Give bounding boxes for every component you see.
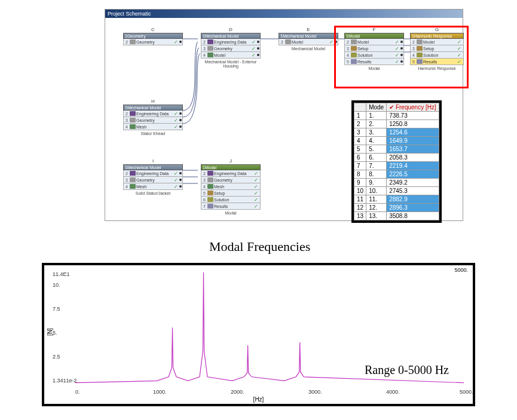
- y-tick: 10.: [53, 282, 60, 288]
- x-tick: 3000.: [308, 389, 322, 395]
- response-chart: 5000. [N] [Hz] Range 0-5000 Hz 11.4E110.…: [42, 263, 475, 406]
- block-j[interactable]: J 1Modal 2Engineering Data✓ 3Geometry✓ 4…: [201, 158, 261, 215]
- table-row[interactable]: 44.1649.9: [354, 137, 439, 145]
- data-icon: [207, 39, 213, 44]
- block-g[interactable]: G 1Harmonic Response 2Model✓ 3Setup✓ 4So…: [410, 27, 464, 70]
- table-row[interactable]: 1111.2882.9: [354, 195, 439, 204]
- y-tick: 2.5: [53, 354, 60, 360]
- table-row[interactable]: 77.2219.4: [354, 162, 439, 170]
- x-tick: 0.: [75, 389, 80, 395]
- block-h[interactable]: H 1Mechanical Model 2Engineering Data✓ 3…: [123, 99, 183, 136]
- table-row[interactable]: 11.738.73: [354, 112, 439, 120]
- table-row[interactable]: 88.2226.5: [354, 170, 439, 179]
- col-freq: ✔ Frequency [Hz]: [387, 103, 439, 112]
- block-d[interactable]: D 1Mechanical Model 2Engineering Data✓ 3…: [201, 27, 261, 68]
- x-tick: 5000.: [460, 389, 473, 395]
- y-tick: 11.4E1: [53, 271, 70, 277]
- block-i[interactable]: I 1Mechanical Model 2Engineering Data✓ 3…: [123, 158, 183, 195]
- col-mode: Mode: [366, 103, 387, 112]
- y-tick: 5.: [53, 330, 57, 336]
- x-tick: 4000.: [386, 389, 400, 395]
- geometry-icon: [130, 39, 136, 44]
- y-tick: 7.5: [53, 306, 60, 312]
- x-axis-label: [Hz]: [253, 396, 264, 403]
- table-row[interactable]: 22.1250.8: [354, 120, 439, 128]
- table-row[interactable]: 1313.3508.8: [354, 212, 439, 220]
- x-tick: 2000.: [231, 389, 244, 395]
- y-tick: 1.3411e-2: [53, 378, 77, 384]
- x-tick: 1000.: [153, 389, 167, 395]
- block-e[interactable]: E 1Mechanical Model 2Model✓ Mechanical M…: [279, 27, 338, 51]
- table-row[interactable]: 55.1653.7: [354, 145, 439, 154]
- table-row[interactable]: 99.2349.2: [354, 179, 439, 187]
- plot-line: [75, 271, 464, 385]
- table-row[interactable]: 1212.2896.3: [354, 204, 439, 212]
- window-title: Project Schematic: [105, 10, 463, 18]
- table-row[interactable]: 33.1254.6: [354, 128, 439, 137]
- frequency-table: Mode✔ Frequency [Hz] 11.738.7322.1250.83…: [351, 100, 442, 223]
- table-row[interactable]: 66.2058.3: [354, 154, 439, 162]
- modal-frequencies-label: Modal Frequencies: [209, 239, 310, 255]
- block-f[interactable]: F 1Modal 2Model✓ 3Setup✓ 4Solution✓ 5Res…: [344, 27, 404, 70]
- block-c[interactable]: C 1Geometry 2Geometry✓: [123, 27, 183, 45]
- table-row[interactable]: 1010.2745.3: [354, 187, 439, 195]
